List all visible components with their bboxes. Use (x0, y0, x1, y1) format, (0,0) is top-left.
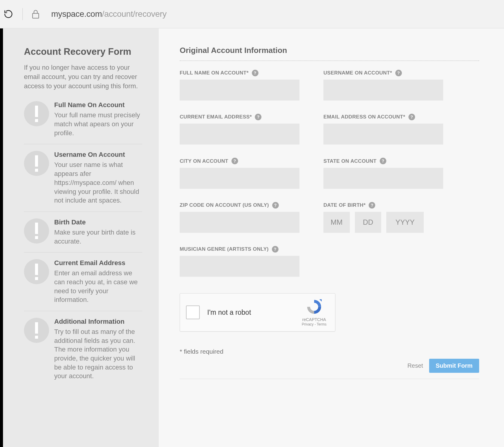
browser-address-bar: myspace.com/account/recovery (0, 0, 504, 28)
help-icon[interactable]: ? (408, 114, 415, 120)
tip-body: Your full name must precisely match what… (54, 111, 142, 137)
exclamation-icon (24, 259, 49, 284)
main-content: Original Account Information FULL NAME O… (159, 28, 504, 447)
tip-title: Additional Information (54, 318, 142, 326)
label-current-email: CURRENT EMAIL ADDRESS* (180, 114, 252, 120)
tip-body: Try to fill out as many of the additiona… (54, 327, 142, 381)
tip-birth-date: Birth Date Make sure your birth date is … (24, 212, 142, 253)
label-state: STATE ON ACCOUNT (323, 158, 376, 164)
help-icon[interactable]: ? (380, 158, 386, 164)
dob-year-input[interactable] (386, 212, 424, 233)
tip-title: Current Email Address (54, 259, 142, 267)
svg-rect-6 (35, 236, 38, 239)
help-icon[interactable]: ? (272, 246, 279, 253)
recaptcha-label: I'm not a robot (207, 308, 299, 317)
city-input[interactable] (180, 168, 299, 189)
label-zip: ZIP CODE ON ACCOUNT (US ONLY) (180, 202, 269, 208)
field-email-on-account: EMAIL ADDRESS ON ACCOUNT* ? (323, 114, 443, 145)
toolbar-divider (22, 8, 23, 20)
url-path: /account/recovery (102, 9, 167, 19)
help-icon[interactable]: ? (272, 202, 279, 209)
label-dob: DATE OF BIRTH* (323, 202, 366, 208)
exclamation-icon (24, 218, 49, 244)
reset-button[interactable]: Reset (407, 362, 423, 369)
svg-rect-2 (35, 119, 38, 122)
field-full-name: FULL NAME ON ACCOUNT* ? (180, 70, 299, 101)
svg-rect-10 (35, 336, 38, 339)
tip-title: Full Name On Account (54, 101, 142, 109)
tip-body: Your user name is what appears afer http… (54, 160, 142, 205)
section-divider (180, 60, 479, 61)
field-username: USERNAME ON ACCOUNT* ? (323, 70, 443, 101)
label-genre: MUSICIAN GENRE (ARTISTS ONLY) (180, 246, 269, 252)
sidebar-intro: If you no longer have access to your ema… (24, 63, 142, 91)
svg-rect-0 (32, 13, 39, 18)
help-icon[interactable]: ? (255, 114, 261, 120)
field-genre: MUSICIAN GENRE (ARTISTS ONLY) ? (180, 246, 299, 277)
help-icon[interactable]: ? (369, 202, 375, 209)
svg-rect-7 (35, 264, 38, 275)
genre-input[interactable] (180, 256, 299, 277)
tip-body: Make sure your birth date is accurate. (54, 228, 142, 246)
help-icon[interactable]: ? (231, 158, 238, 164)
label-email-on-account: EMAIL ADDRESS ON ACCOUNT* (323, 114, 405, 120)
tip-title: Username On Account (54, 151, 142, 159)
svg-rect-9 (35, 322, 38, 334)
state-input[interactable] (323, 168, 443, 189)
full-name-input[interactable] (180, 80, 299, 101)
lock-icon[interactable] (30, 9, 41, 19)
field-current-email: CURRENT EMAIL ADDRESS* ? (180, 114, 299, 145)
field-dob: DATE OF BIRTH* ? (323, 202, 443, 233)
dob-month-input[interactable] (323, 212, 350, 233)
recaptcha-logo-icon (305, 299, 323, 316)
reload-icon[interactable] (3, 9, 13, 19)
recaptcha-widget: I'm not a robot reCAPTCHA Privacy - Term… (180, 293, 335, 332)
label-city: CITY ON ACCOUNT (180, 158, 228, 164)
recaptcha-links: Privacy - Terms (302, 322, 326, 326)
recaptcha-terms-link[interactable]: Terms (317, 322, 327, 326)
form-title: Original Account Information (180, 46, 479, 55)
help-icon[interactable]: ? (395, 70, 402, 76)
tip-full-name: Full Name On Account Your full name must… (24, 97, 142, 144)
dob-day-input[interactable] (355, 212, 381, 233)
form-actions: Reset Submit Form (180, 359, 479, 379)
field-zip: ZIP CODE ON ACCOUNT (US ONLY) ? (180, 202, 299, 233)
exclamation-icon (24, 151, 49, 176)
label-username: USERNAME ON ACCOUNT* (323, 70, 392, 76)
svg-marker-11 (319, 299, 322, 302)
current-email-input[interactable] (180, 124, 299, 145)
submit-button[interactable]: Submit Form (429, 359, 479, 373)
tip-title: Birth Date (54, 218, 142, 226)
sidebar-title: Account Recovery Form (24, 46, 142, 57)
tip-body: Enter an email address we can reach you … (54, 269, 142, 304)
recaptcha-privacy-link[interactable]: Privacy (302, 322, 314, 326)
url-display[interactable]: myspace.com/account/recovery (51, 9, 167, 19)
email-on-account-input[interactable] (323, 124, 443, 145)
svg-rect-3 (35, 155, 38, 167)
recaptcha-checkbox[interactable] (186, 305, 200, 319)
field-state: STATE ON ACCOUNT ? (323, 158, 443, 188)
zip-input[interactable] (180, 212, 299, 233)
svg-rect-1 (35, 106, 38, 117)
sidebar: Account Recovery Form If you no longer h… (3, 28, 159, 447)
exclamation-icon (24, 318, 49, 343)
tip-additional-info: Additional Information Try to fill out a… (24, 311, 142, 387)
help-icon[interactable]: ? (252, 70, 258, 76)
svg-rect-5 (35, 223, 38, 234)
exclamation-icon (24, 101, 49, 126)
svg-rect-4 (35, 169, 38, 172)
username-input[interactable] (323, 80, 443, 101)
field-city: CITY ON ACCOUNT ? (180, 158, 299, 188)
required-fields-note: * fields required (180, 348, 479, 355)
svg-rect-8 (35, 277, 38, 280)
recaptcha-brand: reCAPTCHA (302, 317, 326, 322)
url-domain: myspace.com (51, 9, 102, 19)
label-full-name: FULL NAME ON ACCOUNT* (180, 70, 249, 76)
tip-username: Username On Account Your user name is wh… (24, 144, 142, 212)
tip-current-email: Current Email Address Enter an email add… (24, 253, 142, 311)
